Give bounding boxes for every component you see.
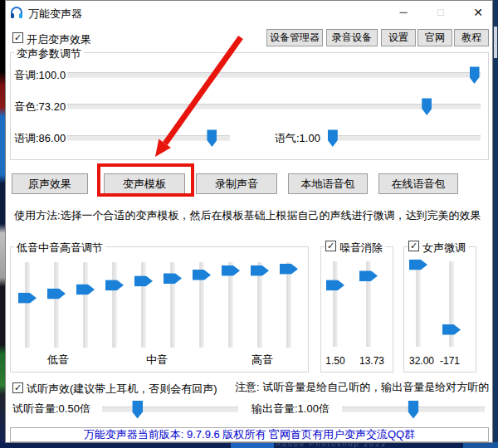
eq-thumb-8[interactable]: [222, 265, 240, 276]
screen: Adobe Photoshop 2022 万能变声器 ─ □ ✕ 开启变声效果 …: [0, 0, 498, 448]
eq-slider-5[interactable]: [134, 262, 154, 348]
noise-value-2: 13.73: [354, 355, 390, 367]
status-bar: 万能变声器当前版本: 9.7.9.6 版权所有 官网首页有用户变声交流QQ群: [10, 427, 489, 442]
window-title: 万能变声器: [28, 7, 82, 22]
eq-thumb-4[interactable]: [105, 280, 124, 290]
voice-template-button[interactable]: 变声模板: [104, 173, 185, 194]
female-tune-checkbox[interactable]: [408, 241, 419, 251]
eq-thumb-3[interactable]: [76, 284, 95, 295]
volume-note: 注意: 试听音量是给自己听的，输出音量是给对方听的: [235, 380, 489, 395]
close-button[interactable]: ✕: [461, 1, 496, 24]
eq-thumb-1[interactable]: [18, 293, 37, 304]
tone-label: 语气:1.00: [275, 131, 320, 146]
eq-thumb-5[interactable]: [134, 275, 153, 286]
eq-slider-7[interactable]: [192, 262, 212, 348]
eq-thumb-7[interactable]: [193, 270, 211, 280]
noise-thumb-2[interactable]: [359, 270, 378, 281]
desktop-edge-bottom: Adobe Photoshop 2022: [0, 442, 498, 448]
intonation-slider[interactable]: [67, 135, 230, 141]
tone-slider[interactable]: [331, 135, 481, 141]
female-tune-label: 女声微调: [420, 241, 468, 256]
eq-slider-8[interactable]: [221, 262, 241, 348]
noise-slider-1[interactable]: [325, 261, 345, 347]
noise-thumb-1[interactable]: [326, 280, 344, 290]
eq-slider-6[interactable]: [163, 262, 183, 348]
slider-track: [417, 261, 421, 347]
tutorial-button[interactable]: 教程: [454, 29, 489, 46]
enable-effect-checkbox[interactable]: [12, 32, 23, 43]
female-thumb-1[interactable]: [409, 260, 427, 270]
monitor-checkbox[interactable]: [12, 382, 23, 393]
slider-track: [113, 262, 117, 348]
listen-volume-label: 试听音量:0.50倍: [12, 402, 90, 416]
eq-slider-2[interactable]: [46, 262, 66, 348]
recording-device-button[interactable]: 录音设备: [326, 29, 378, 46]
output-volume-label: 输出音量:1.00倍: [251, 402, 330, 416]
noise-value-1: 1.50: [317, 355, 354, 367]
eq-slider-4[interactable]: [105, 262, 124, 348]
listen-volume-slider[interactable]: [102, 407, 238, 412]
official-site-button[interactable]: 官网: [417, 29, 452, 46]
listen-volume-thumb[interactable]: [132, 401, 143, 419]
slider-track: [142, 262, 146, 348]
eq-thumb-9[interactable]: [251, 265, 269, 276]
female-slider-2[interactable]: [442, 261, 461, 347]
slider-track: [26, 262, 30, 348]
local-voicepack-button[interactable]: 本地语音包: [288, 173, 368, 194]
eq-slider-3[interactable]: [76, 262, 95, 348]
eq-slider-1[interactable]: [17, 262, 37, 348]
equalizer-group-title: 低音中音高音调节: [14, 241, 105, 256]
eq-slider-10[interactable]: [279, 262, 299, 348]
timbre-slider[interactable]: [67, 104, 481, 110]
noise-reduction-checkbox[interactable]: [325, 241, 336, 251]
headphones-icon: [9, 5, 24, 20]
slider-track: [84, 262, 88, 348]
params-group-title: 变声参数调节: [14, 46, 84, 61]
titlebar[interactable]: 万能变声器 ─ □ ✕: [6, 1, 492, 24]
timbre-label: 音色:73.20: [14, 100, 66, 114]
taskbar-segment: [463, 442, 498, 448]
pitch-label: 音调:100.0: [14, 68, 66, 83]
desktop-panel-sliver: [494, 27, 497, 58]
eq-thumb-10[interactable]: [280, 264, 298, 275]
record-sound-button[interactable]: 录制声音: [196, 173, 277, 194]
slider-track: [287, 262, 291, 348]
eq-band-label-mid: 中音: [146, 353, 168, 368]
intonation-label: 语调:86.00: [14, 131, 66, 146]
output-volume-thumb[interactable]: [408, 401, 419, 419]
minimize-button[interactable]: ─: [386, 1, 421, 24]
desktop-edge-right: [493, 0, 498, 442]
taskbar-segment: [231, 442, 274, 448]
noise-slider-2[interactable]: [359, 261, 378, 347]
settings-button[interactable]: 设置: [381, 29, 416, 46]
monitor-label: 试听声效(建议带上耳机，否则会有回声): [27, 382, 217, 397]
eq-band-label-low: 低音: [47, 353, 69, 368]
online-voicepack-button[interactable]: 在线语音包: [378, 173, 458, 194]
eq-thumb-2[interactable]: [47, 289, 66, 299]
eq-band-label-high: 高音: [251, 353, 273, 368]
female-thumb-2[interactable]: [442, 324, 461, 335]
eq-thumb-6[interactable]: [164, 273, 182, 284]
pitch-slider[interactable]: [67, 72, 481, 78]
female-value-2: -171: [432, 355, 468, 367]
eq-slider-9[interactable]: [250, 262, 270, 348]
voice-changer-window: 万能变声器 ─ □ ✕ 开启变声效果 设备管理器 录音设备 设置 官网 教程 变…: [5, 0, 493, 443]
noise-reduction-label: 噪音消除: [337, 241, 385, 256]
output-volume-slider[interactable]: [342, 407, 485, 412]
slider-track: [334, 261, 338, 347]
original-sound-button[interactable]: 原声效果: [12, 173, 88, 194]
slider-track: [55, 262, 59, 348]
maximize-button[interactable]: □: [423, 1, 458, 24]
usage-note: 使用方法:选择一个合适的变声模板，然后在模板基础上根据自己的声线进行微调，达到完…: [14, 208, 481, 223]
device-manager-button[interactable]: 设备管理器: [266, 29, 323, 46]
female-slider-1[interactable]: [408, 261, 428, 347]
enable-effect-label: 开启变声效果: [27, 32, 91, 47]
